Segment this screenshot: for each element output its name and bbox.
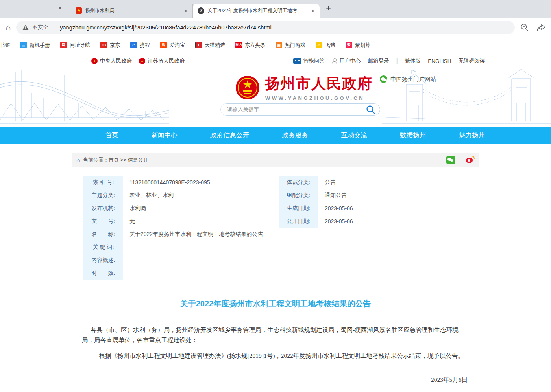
bookmark-phone-bookmarks[interactable]: 机书签 xyxy=(0,42,10,49)
url-text[interactable]: yangzhou.gov.cn/yzszxxgk/slj/202305/210c… xyxy=(60,24,271,31)
bridge-sketch-art xyxy=(0,70,169,127)
nav-gov-services[interactable]: 政务服务 xyxy=(282,131,308,140)
link-jiangsu-government[interactable]: ★ 江苏省人民政府 xyxy=(139,57,185,64)
main-navigation: 首页 新闻中心 政府信息公开 政务服务 互动交流 数据扬州 魅力扬州 xyxy=(0,127,551,144)
person-icon xyxy=(332,58,337,64)
nav-charm-yangzhou[interactable]: 魅力扬州 xyxy=(459,131,485,140)
traditional-version-link[interactable]: 繁体版 xyxy=(405,57,421,64)
article-date: 2023年5月6日 xyxy=(82,376,469,384)
zoom-out-icon[interactable] xyxy=(520,23,529,32)
tab-title: 扬州市水利局 xyxy=(85,7,180,14)
wechat-icon xyxy=(380,75,387,83)
home-icon[interactable]: ⌂ xyxy=(6,22,11,33)
bookmark-juhuasuan[interactable]: 聚 聚划算 xyxy=(346,42,370,49)
user-center-link[interactable]: 用户中心 xyxy=(332,57,361,64)
nav-data-yangzhou[interactable]: 数据扬州 xyxy=(400,131,426,140)
publish-date-value: 2023-05-06 xyxy=(319,215,468,228)
search-input[interactable] xyxy=(227,107,366,112)
tab-title: 关于2022年度扬州市水利工程文明工地考 xyxy=(207,7,307,14)
table-row: 名 称: 关于2022年度扬州市水利工程文明工地考核结果的公告 xyxy=(83,228,468,241)
site-brand[interactable]: 扬州市人民政府 WWW.YANGZHOU.GOV.CN xyxy=(235,74,373,101)
search-icon[interactable] xyxy=(366,105,376,115)
table-row: 时 效: xyxy=(83,267,468,280)
breadcrumb: ⌂ 当前位置：首页 >> 信息公开 xyxy=(72,153,479,167)
index-number-value: 11321000014407098E-2023-095 xyxy=(124,176,279,189)
bookmark-site-navigation[interactable]: 网 网址导航 xyxy=(60,42,90,49)
article: 关于2022年度扬州市水利工程文明工地考核结果的公告 各县（市、区）水利（务）局… xyxy=(72,298,479,392)
close-icon[interactable]: × xyxy=(58,5,62,12)
share-icon[interactable] xyxy=(536,23,545,32)
emblem-favicon-icon: ★ xyxy=(76,7,82,14)
page-content: ⌂ 当前位置：首页 >> 信息公开 索 引 号: 113210000144070… xyxy=(72,153,479,392)
bookmark-hot-games[interactable]: ▣ 热门游戏 xyxy=(276,42,305,49)
creation-date-value: 2023-05-06 xyxy=(319,202,468,215)
bookmark-new-phone-manual[interactable]: ☰ 新机手册 xyxy=(20,42,50,49)
table-row: 发布机构: 水利局 生成日期: 2023-05-06 xyxy=(83,202,468,215)
site-header: 扬州市人民政府 WWW.YANGZHOU.GOV.CN 中国扬州门户网站 xyxy=(0,69,551,127)
emblem-icon: ★ xyxy=(139,58,145,64)
breadcrumb-text[interactable]: 当前位置：首页 >> 信息公开 xyxy=(83,156,148,164)
url-omnibox[interactable]: 不安全 yangzhou.gov.cn/yzszxxgk/slj/202305/… xyxy=(16,21,515,34)
close-icon[interactable]: × xyxy=(183,7,189,14)
table-row: 内容概述: xyxy=(83,254,468,267)
weibo-share-icon[interactable] xyxy=(466,156,475,164)
document-name-value: 关于2022年度扬州市水利工程文明工地考核结果的公告 xyxy=(124,228,468,241)
link-central-government[interactable]: ★ 中央人民政府 xyxy=(91,57,132,64)
summary-value xyxy=(124,254,468,267)
tmall-icon: T xyxy=(195,42,202,48)
group-category-value: 通知公告 xyxy=(319,189,468,202)
table-row: 关 键 词: xyxy=(83,241,468,254)
bookmark-jd[interactable]: JD 京东 xyxy=(100,42,120,49)
nav-news-center[interactable]: 新闻中心 xyxy=(152,131,178,140)
wechat-share-icon[interactable] xyxy=(446,156,455,164)
table-row: 主题分类: 农业、林业、水利 组配分类: 通知公告 xyxy=(83,189,468,202)
browser-address-bar: ⌂ 不安全 yangzhou.gov.cn/yzszxxgk/slj/20230… xyxy=(0,18,551,37)
nav-gov-info-disclosure[interactable]: 政府信息公开 xyxy=(210,131,249,140)
home-icon[interactable]: ⌂ xyxy=(76,157,80,164)
genre-value: 公告 xyxy=(319,176,468,189)
article-paragraph: 根据《扬州市水利工程文明工地建设管理办法》(扬水规[2019]1号)，2022年… xyxy=(82,351,469,361)
security-label: 不安全 xyxy=(32,24,48,31)
tab-yangzhou-water-bureau[interactable]: ★ 扬州市水利局 × xyxy=(71,4,193,18)
manual-icon: ☰ xyxy=(20,42,27,48)
fliggy-pig-icon: ω xyxy=(316,42,322,48)
issuing-agency-value: 水利局 xyxy=(124,202,279,215)
english-version-link[interactable]: ENGLISH xyxy=(428,58,451,64)
smart-qa-link[interactable]: 智能问答 xyxy=(293,57,325,64)
portal-wechat-tag[interactable]: 中国扬州门户网站 xyxy=(380,75,436,83)
keywords-value xyxy=(124,241,468,254)
mail-login-link[interactable]: 邮箱登录 xyxy=(368,57,389,64)
new-tab-button[interactable]: + xyxy=(326,3,331,13)
juhuasuan-icon: 聚 xyxy=(346,42,352,48)
taobao-icon: 淘 xyxy=(160,42,167,48)
document-info-table: 索 引 号: 11321000014407098E-2023-095 体裁分类:… xyxy=(83,176,468,280)
bookmark-ctrip[interactable]: C 携程 xyxy=(130,42,150,49)
table-row: 文 号: 无 公开日期: 2023-05-06 xyxy=(83,215,468,228)
gov-utility-bar: ★ 中央人民政府 ★ 江苏省人民政府 智能问答 用户中心 邮箱登录 | 繁体版 … xyxy=(0,53,551,69)
site-name: 扬州市人民政府 xyxy=(265,74,373,94)
accessibility-link[interactable]: 无障碍阅读 xyxy=(459,57,485,64)
bookmark-fliggy[interactable]: ω 飞猪 xyxy=(316,42,335,49)
ctrip-dolphin-icon: C xyxy=(130,42,137,48)
bookmark-dongfang-toutiao[interactable]: 东方 东方头条 xyxy=(235,42,265,49)
doc-number-value: 无 xyxy=(124,215,279,228)
emblem-icon: ★ xyxy=(91,58,98,64)
game-icon: ▣ xyxy=(276,42,282,48)
divider: | xyxy=(396,57,398,64)
national-emblem-icon xyxy=(235,75,260,100)
article-title: 关于2022年度扬州市水利工程文明工地考核结果的公告 xyxy=(82,298,469,309)
nav-interaction[interactable]: 互动交流 xyxy=(341,131,367,140)
close-icon[interactable]: × xyxy=(311,7,316,14)
bookmark-tmall[interactable]: T 天猫精选 xyxy=(195,42,225,49)
jd-icon: JD xyxy=(100,42,107,48)
bookmark-aitaobao[interactable]: 淘 爱淘宝 xyxy=(160,42,185,49)
table-row: 索 引 号: 11321000014407098E-2023-095 体裁分类:… xyxy=(83,176,468,189)
not-secure-warning-icon[interactable] xyxy=(22,25,29,30)
site-url-caption: WWW.YANGZHOU.GOV.CN xyxy=(265,95,373,101)
tab-announcement-active[interactable]: Z 关于2022年度扬州市水利工程文明工地考 × xyxy=(193,4,320,18)
browser-tab-strip: × ★ 扬州市水利局 × Z 关于2022年度扬州市水利工程文明工地考 × + xyxy=(0,0,551,18)
topic-category-value: 农业、林业、水利 xyxy=(124,189,279,202)
nav-home[interactable]: 首页 xyxy=(105,131,118,140)
dongfang-icon: 东方 xyxy=(235,42,242,48)
robot-icon xyxy=(293,58,301,64)
